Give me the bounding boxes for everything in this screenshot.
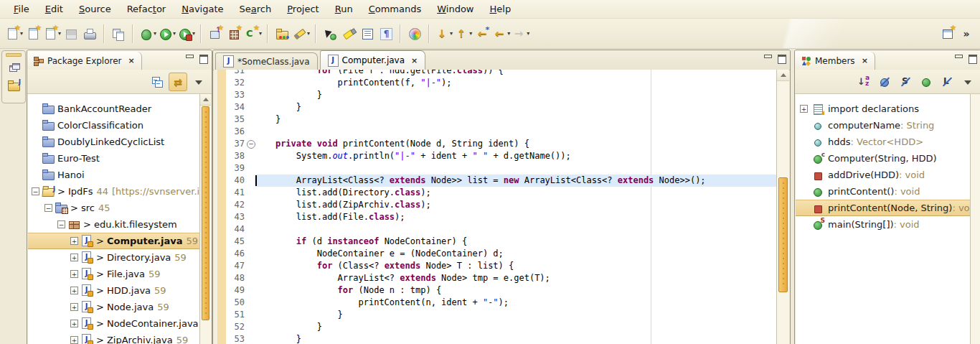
scrollbar-thumb[interactable] — [202, 106, 209, 320]
hide-nonpublic-button[interactable] — [917, 73, 936, 91]
line-number-ruler[interactable]: 3132333435363738394041424344454647484950… — [226, 70, 245, 344]
last-edit-location-button[interactable]: ←* — [473, 23, 491, 45]
tree-item-ipdfs[interactable]: −J>IpdFs44[https://svnserver.i — [28, 183, 211, 200]
package-explorer-tab[interactable]: Package Explorer × — [27, 52, 142, 70]
scroll-up-icon[interactable] — [200, 94, 211, 106]
member-item-computer-string-hdd[interactable]: cComputer(String, HDD) — [796, 150, 980, 167]
code-line-38[interactable]: System.out.println("|-" + ident + " " + … — [255, 150, 777, 162]
code-line-48[interactable]: ArrayList<? extends Node> tmp = e.get(T)… — [255, 272, 777, 284]
code-line-53[interactable]: } — [255, 333, 777, 344]
collapse-toggle[interactable]: − — [32, 187, 39, 195]
folding-ruler[interactable]: − — [246, 70, 255, 344]
new-project-button[interactable]: ★ — [24, 23, 42, 45]
mark-occurrences-button[interactable] — [321, 23, 339, 45]
tree-item-bankaccountreader[interactable]: BankAccountReader — [28, 101, 211, 117]
back-button[interactable]: ←▾ — [491, 23, 511, 45]
tree-item-file-java[interactable]: +J>File.java59 — [28, 266, 211, 282]
scroll-up-icon[interactable] — [777, 70, 789, 81]
menu-refactor[interactable]: Refactor — [119, 1, 174, 17]
code-line-41[interactable]: list.add(Directory.class); — [255, 187, 777, 199]
scrollbar-thumb[interactable] — [778, 177, 788, 292]
menu-edit[interactable]: Edit — [37, 1, 71, 17]
overflow-button[interactable]: » — [957, 23, 976, 45]
dropdown-arrow-icon[interactable]: ▾ — [450, 30, 453, 37]
maximize-button[interactable] — [198, 54, 209, 64]
new-wizard-button[interactable]: ★▾ — [4, 23, 24, 45]
view-menu-button[interactable] — [189, 73, 208, 91]
tree-item-edu-kit-filesystem[interactable]: −>edu.kit.filesystem — [28, 216, 211, 233]
restore-views-button[interactable] — [5, 60, 22, 77]
dropdown-arrow-icon[interactable]: ▾ — [527, 30, 529, 37]
highlighter-button[interactable] — [339, 23, 358, 45]
members-tab[interactable]: Members × — [795, 52, 875, 70]
new-package-button[interactable]: ★ — [225, 23, 243, 45]
menu-commands[interactable]: Commands — [361, 1, 430, 17]
close-icon[interactable]: × — [862, 56, 868, 65]
code-line-51[interactable]: } — [255, 309, 777, 321]
show-whitespace-button[interactable]: ¶ — [377, 23, 395, 45]
expand-toggle[interactable]: + — [70, 270, 78, 278]
dropdown-arrow-icon[interactable]: ▾ — [173, 30, 176, 37]
hide-local-types-button[interactable]: L — [938, 73, 956, 91]
members-scrollbar[interactable] — [970, 94, 980, 344]
collapse-toggle[interactable]: − — [44, 204, 52, 212]
expand-toggle[interactable]: + — [70, 336, 78, 344]
member-item-hdds[interactable]: hdds : Vector<HDD> — [796, 134, 980, 150]
quickdiff-ruler[interactable] — [218, 70, 226, 344]
collapse-all-button[interactable] — [148, 73, 166, 91]
print-button[interactable] — [80, 23, 99, 45]
code-line-50[interactable]: printContent(n, ident + "-"); — [255, 297, 777, 309]
hide-fields-button[interactable] — [875, 73, 894, 91]
code-line-34[interactable]: } — [255, 101, 777, 113]
open-type-button[interactable] — [273, 23, 291, 45]
code-line-45[interactable]: if (d instanceof NodeContainer) { — [255, 236, 777, 248]
java-fastview-button[interactable]: J — [5, 77, 22, 94]
code-line-47[interactable]: for (Class<? extends Node> T : list) { — [255, 260, 777, 272]
expand-toggle[interactable]: + — [70, 320, 78, 327]
dropdown-arrow-icon[interactable]: ▾ — [154, 30, 156, 37]
member-item-adddrive-hdd[interactable]: addDrive(HDD) : void — [796, 167, 980, 183]
code-line-37[interactable]: private void printContent(Node d, String… — [255, 138, 777, 150]
tree-item-ziparchiv-java[interactable]: +J>ZipArchiv.java59 — [28, 332, 211, 344]
new-testcase-button[interactable]: ↑★ — [206, 23, 225, 45]
run-button[interactable]: ▾ — [157, 23, 176, 45]
expand-toggle[interactable]: + — [70, 254, 78, 261]
code-line-43[interactable]: list.add(File.class); — [255, 211, 777, 223]
editor-scrollbar[interactable] — [776, 70, 789, 344]
sort-button[interactable]: ↓az — [854, 73, 873, 91]
dropdown-arrow-icon[interactable]: ▾ — [192, 30, 195, 37]
member-item-printcontent-node-string[interactable]: printContent(Node, String) : void — [796, 200, 980, 216]
dropdown-arrow-icon[interactable]: ▾ — [307, 30, 310, 37]
package-explorer-tree[interactable]: BankAccountReaderColorClassificationDoub… — [28, 94, 211, 344]
editor-minimize-button[interactable] — [763, 54, 773, 64]
tree-item-node-java[interactable]: +J>Node.java59 — [28, 299, 211, 315]
next-annotation-button[interactable]: ↓▾ — [434, 23, 453, 45]
member-item-computername[interactable]: computerName : String — [796, 117, 980, 134]
members-maximize-button[interactable] — [967, 54, 978, 64]
compare-documents-button[interactable] — [109, 23, 128, 45]
package-explorer-scrollbar[interactable] — [199, 94, 211, 344]
tree-item-nodecontainer-java[interactable]: +J>NodeContainer.java59 — [28, 315, 211, 332]
code-line-35[interactable]: } — [255, 113, 777, 126]
tree-item-computer-java[interactable]: +J>Computer.java59 — [28, 233, 211, 249]
expand-toggle[interactable]: + — [70, 237, 78, 245]
prev-annotation-button[interactable]: ↑▾ — [453, 23, 473, 45]
code-line-33[interactable]: } — [255, 89, 777, 101]
code-line-46[interactable]: NodeContainer e = (NodeContainer) d; — [255, 248, 777, 260]
member-item-main-string[interactable]: Smain(String[]) : void — [796, 216, 980, 233]
tree-item-euro-test[interactable]: Euro-Test — [28, 150, 211, 167]
code-line-39[interactable] — [255, 162, 777, 175]
show-source-button[interactable] — [358, 23, 377, 45]
members-minimize-button[interactable] — [953, 54, 964, 64]
code-line-36[interactable] — [255, 126, 777, 138]
member-item-import-declarations[interactable]: +import declarations — [796, 101, 980, 117]
new-folder-button[interactable]: ★▾ — [42, 23, 62, 45]
expand-toggle[interactable]: + — [70, 287, 78, 294]
link-with-editor-button[interactable]: ⇄ — [169, 73, 187, 91]
tree-item-colorclassification[interactable]: ColorClassification — [28, 117, 211, 134]
new-class-button[interactable]: C★▾ — [243, 23, 263, 45]
menu-help[interactable]: Help — [482, 1, 519, 17]
code-line-42[interactable]: list.add(ZipArchiv.class); — [255, 199, 777, 211]
members-list[interactable]: +import declarationscomputerName : Strin… — [796, 94, 980, 344]
new-view-button[interactable]: ★ — [938, 23, 957, 45]
